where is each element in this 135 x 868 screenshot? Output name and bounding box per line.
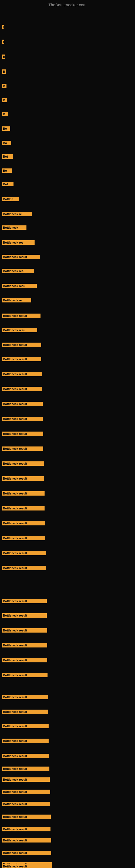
bar-row: Bottleneck result	[2, 521, 45, 525]
bar-row: Bottleneck resu	[2, 328, 37, 332]
bar-row: Bot	[2, 154, 13, 159]
bar-label: Bottleneck result	[2, 673, 48, 677]
bar-label: Bottleneck result	[2, 357, 41, 361]
bar-label: Bottleneck resu	[2, 328, 37, 332]
bar-row: Bottleneck result	[2, 566, 46, 570]
bar-row: B	[2, 69, 6, 74]
bar-label: Bottleneck resu	[2, 284, 37, 288]
bar-label: Bottleneck result	[2, 777, 50, 782]
bar-label: Bottleneck result	[2, 643, 47, 648]
bar-label: Bottleneck result	[2, 536, 45, 540]
bar-row: B	[2, 40, 4, 44]
page-wrapper: TheBottlenecker.com | B B B B B B Bo Bo	[0, 0, 135, 868]
bar-label: B	[2, 40, 4, 44]
bar-row: Bottleneck res	[2, 240, 35, 245]
bar-label: Bot	[2, 154, 13, 159]
bar-label: B	[2, 98, 7, 102]
bar-label: Bottleneck result	[2, 850, 51, 855]
bar-row: Bottleneck result	[2, 506, 45, 510]
bar-label: Bottleneck result	[2, 255, 40, 259]
bar-label: B	[2, 55, 5, 59]
bar-label: Bottleneck res	[2, 240, 35, 245]
bars-area: | B B B B B B Bo Bo Bot Bo	[0, 8, 135, 868]
bar-row: Bottleneck result	[2, 695, 48, 699]
bar-label: Bottleneck result	[2, 551, 46, 555]
bar-row: Bottleneck result	[2, 724, 49, 728]
bar-row: Bottleneck result	[2, 673, 48, 677]
bar-label: B	[2, 112, 8, 116]
bar-label: Bottleneck	[2, 225, 27, 230]
bar-row: B	[2, 98, 7, 102]
bar-row: Bottleneck result	[2, 387, 42, 391]
bar-row: Bottleneck result	[2, 777, 50, 782]
bar-row: Bottleneck result	[2, 754, 49, 758]
bar-label: Bottleneck result	[2, 416, 43, 421]
bar-label: Bottleneck result	[2, 767, 49, 771]
bar-row: B	[2, 84, 6, 88]
bar-label: Bottleneck result	[2, 864, 52, 868]
bar-label: Bottleneck result	[2, 658, 47, 662]
bar-label: Bottleneck re	[2, 212, 32, 216]
bar-row: B	[2, 112, 8, 116]
bar-row: B	[2, 55, 5, 59]
bar-row: Bottleneck result	[2, 864, 52, 868]
bar-row: Bottleneck result	[2, 402, 43, 406]
bar-row: Bottleneck result	[2, 372, 42, 376]
bar-label: Bottleneck result	[2, 314, 41, 318]
bar-label: B	[2, 69, 6, 74]
bar-label: Bo	[2, 126, 10, 131]
bar-row: Bottleneck result	[2, 850, 51, 855]
bar-row: Bottleneck result	[2, 536, 45, 540]
bar-row: Bottleneck result	[2, 446, 43, 451]
bar-label: Bot	[2, 182, 13, 186]
bar-label: Bottleneck result	[2, 599, 47, 603]
bar-row: Bottleneck result	[2, 739, 49, 743]
bar-label: Bottleneck result	[2, 710, 48, 714]
bar-row: Bottleneck result	[2, 710, 48, 714]
bar-label: Bottleneck result	[2, 613, 47, 618]
bar-label: Bo	[2, 168, 12, 173]
bar-label: Bottleneck result	[2, 343, 41, 347]
bar-row: Bo	[2, 141, 11, 145]
bar-label: Bottleneck result	[2, 838, 51, 842]
bar-label: Bottleneck result	[2, 739, 49, 743]
bar-label: Bottleneck re	[2, 298, 31, 303]
bar-label: Bottleneck result	[2, 754, 49, 758]
bar-label: Bottleneck result	[2, 827, 50, 831]
bar-label: Bo	[2, 141, 11, 145]
bar-row: Bottleneck re	[2, 298, 31, 303]
site-title: TheBottlenecker.com	[0, 0, 135, 8]
bar-row: Bottleneck result	[2, 838, 51, 842]
bar-label: Bottleneck result	[2, 476, 44, 480]
bar-row: Bottleneck result	[2, 628, 47, 632]
bar-label: Bottleneck result	[2, 695, 48, 699]
bar-row: Bottleneck res	[2, 269, 34, 273]
bar-label: Bottleneck result	[2, 402, 43, 406]
bar-row: Bottleneck result	[2, 767, 49, 771]
bar-label: Bottleneck result	[2, 461, 44, 466]
bar-row: Bottleneck result	[2, 551, 46, 555]
bar-label: Bottleneck result	[2, 506, 45, 510]
bar-label: Bottleneck result	[2, 372, 42, 376]
bar-label: Bottleneck result	[2, 566, 46, 570]
bar-row: Bottleneck result	[2, 491, 45, 496]
bar-row: Bottleneck result	[2, 827, 50, 831]
bar-label: Bottleneck result	[2, 432, 43, 436]
bar-label: Bottlen	[2, 197, 19, 201]
bar-row: Bottleneck result	[2, 613, 47, 618]
bar-row: Bottleneck result	[2, 476, 44, 480]
bar-row: Bottleneck result	[2, 599, 47, 603]
bar-row: Bottleneck result	[2, 658, 47, 662]
bar-label: Bottleneck result	[2, 789, 50, 794]
bar-label: Bottleneck result	[2, 628, 47, 632]
bar-label: Bottleneck result	[2, 491, 45, 496]
bar-row: Bottleneck result	[2, 461, 44, 466]
bar-row: Bottleneck result	[2, 789, 50, 794]
bar-row: Bottleneck result	[2, 314, 41, 318]
bar-row: Bo	[2, 168, 12, 173]
bar-label: B	[2, 84, 6, 88]
bar-label: Bottleneck result	[2, 387, 42, 391]
bar-row: Bottleneck result	[2, 416, 43, 421]
bar-row: Bot	[2, 182, 13, 186]
bar-row: Bottleneck result	[2, 343, 41, 347]
